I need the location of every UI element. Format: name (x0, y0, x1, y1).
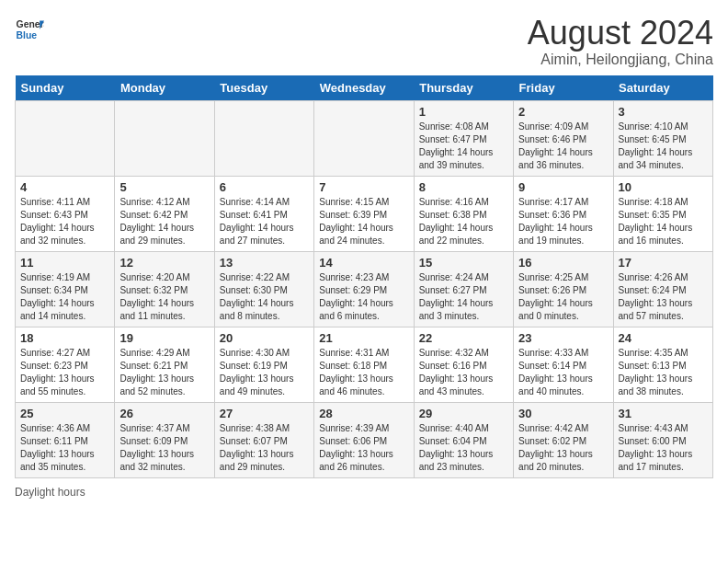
day-cell: 25Sunrise: 4:36 AM Sunset: 6:11 PM Dayli… (16, 402, 115, 477)
page-header: General Blue August 2024 Aimin, Heilongj… (15, 15, 713, 68)
day-cell: 18Sunrise: 4:27 AM Sunset: 6:23 PM Dayli… (16, 327, 115, 402)
day-cell: 30Sunrise: 4:42 AM Sunset: 6:02 PM Dayli… (514, 402, 613, 477)
day-info: Sunrise: 4:25 AM Sunset: 6:26 PM Dayligh… (518, 271, 608, 323)
day-number: 3 (619, 105, 708, 119)
day-number: 9 (518, 180, 608, 194)
day-info: Sunrise: 4:16 AM Sunset: 6:38 PM Dayligh… (419, 196, 508, 247)
day-cell (214, 100, 313, 176)
day-info: Sunrise: 4:35 AM Sunset: 6:13 PM Dayligh… (619, 347, 708, 398)
day-cell: 5Sunrise: 4:12 AM Sunset: 6:42 PM Daylig… (115, 176, 214, 251)
day-number: 11 (20, 256, 109, 270)
calendar-body: 1Sunrise: 4:08 AM Sunset: 6:47 PM Daylig… (16, 100, 713, 477)
day-number: 18 (20, 331, 109, 345)
day-info: Sunrise: 4:17 AM Sunset: 6:36 PM Dayligh… (518, 196, 608, 247)
calendar-table: SundayMondayTuesdayWednesdayThursdayFrid… (15, 75, 713, 478)
day-cell: 6Sunrise: 4:14 AM Sunset: 6:41 PM Daylig… (214, 176, 313, 251)
day-number: 10 (619, 180, 708, 194)
day-info: Sunrise: 4:08 AM Sunset: 6:47 PM Dayligh… (419, 121, 508, 172)
day-cell: 31Sunrise: 4:43 AM Sunset: 6:00 PM Dayli… (613, 402, 712, 477)
footer: Daylight hours (15, 486, 713, 499)
day-info: Sunrise: 4:10 AM Sunset: 6:45 PM Dayligh… (619, 121, 708, 172)
week-row-1: 1Sunrise: 4:08 AM Sunset: 6:47 PM Daylig… (16, 100, 713, 176)
day-number: 21 (319, 331, 408, 345)
week-row-5: 25Sunrise: 4:36 AM Sunset: 6:11 PM Dayli… (16, 402, 713, 477)
header-day-sunday: Sunday (16, 75, 115, 101)
day-info: Sunrise: 4:38 AM Sunset: 6:07 PM Dayligh… (220, 422, 309, 474)
day-info: Sunrise: 4:15 AM Sunset: 6:39 PM Dayligh… (319, 196, 408, 247)
daylight-label: Daylight hours (15, 486, 85, 499)
day-number: 20 (220, 331, 309, 345)
day-cell: 19Sunrise: 4:29 AM Sunset: 6:21 PM Dayli… (115, 327, 214, 402)
day-cell: 7Sunrise: 4:15 AM Sunset: 6:39 PM Daylig… (314, 176, 414, 251)
day-number: 25 (20, 407, 109, 420)
day-cell: 17Sunrise: 4:26 AM Sunset: 6:24 PM Dayli… (613, 251, 712, 327)
day-cell: 4Sunrise: 4:11 AM Sunset: 6:43 PM Daylig… (16, 176, 115, 251)
day-number: 27 (220, 407, 309, 420)
day-info: Sunrise: 4:29 AM Sunset: 6:21 PM Dayligh… (119, 347, 209, 398)
day-info: Sunrise: 4:12 AM Sunset: 6:42 PM Dayligh… (119, 196, 209, 247)
day-number: 4 (20, 180, 109, 194)
day-info: Sunrise: 4:30 AM Sunset: 6:19 PM Dayligh… (220, 347, 309, 398)
day-number: 16 (518, 256, 608, 270)
day-info: Sunrise: 4:14 AM Sunset: 6:41 PM Dayligh… (220, 196, 309, 247)
day-info: Sunrise: 4:11 AM Sunset: 6:43 PM Dayligh… (20, 196, 109, 247)
day-cell: 12Sunrise: 4:20 AM Sunset: 6:32 PM Dayli… (115, 251, 214, 327)
day-number: 13 (220, 256, 309, 270)
header-day-tuesday: Tuesday (214, 75, 313, 101)
day-info: Sunrise: 4:18 AM Sunset: 6:35 PM Dayligh… (619, 196, 708, 247)
week-row-2: 4Sunrise: 4:11 AM Sunset: 6:43 PM Daylig… (16, 176, 713, 251)
month-title: August 2024 (528, 15, 713, 52)
day-cell: 20Sunrise: 4:30 AM Sunset: 6:19 PM Dayli… (214, 327, 313, 402)
day-cell: 3Sunrise: 4:10 AM Sunset: 6:45 PM Daylig… (613, 100, 712, 176)
day-info: Sunrise: 4:26 AM Sunset: 6:24 PM Dayligh… (619, 271, 708, 323)
day-number: 17 (619, 256, 708, 270)
day-info: Sunrise: 4:23 AM Sunset: 6:29 PM Dayligh… (319, 271, 408, 323)
day-info: Sunrise: 4:19 AM Sunset: 6:34 PM Dayligh… (20, 271, 109, 323)
day-cell (314, 100, 414, 176)
day-info: Sunrise: 4:24 AM Sunset: 6:27 PM Dayligh… (419, 271, 508, 323)
day-number: 22 (419, 331, 508, 345)
day-cell (115, 100, 214, 176)
day-cell: 1Sunrise: 4:08 AM Sunset: 6:47 PM Daylig… (414, 100, 513, 176)
logo-icon: General Blue (15, 15, 44, 44)
header-day-thursday: Thursday (414, 75, 513, 101)
day-cell: 13Sunrise: 4:22 AM Sunset: 6:30 PM Dayli… (214, 251, 313, 327)
day-info: Sunrise: 4:36 AM Sunset: 6:11 PM Dayligh… (20, 422, 109, 474)
day-info: Sunrise: 4:09 AM Sunset: 6:46 PM Dayligh… (518, 121, 608, 172)
day-number: 31 (619, 407, 708, 420)
header-day-saturday: Saturday (613, 75, 712, 101)
day-info: Sunrise: 4:32 AM Sunset: 6:16 PM Dayligh… (419, 347, 508, 398)
day-info: Sunrise: 4:27 AM Sunset: 6:23 PM Dayligh… (20, 347, 109, 398)
day-cell: 28Sunrise: 4:39 AM Sunset: 6:06 PM Dayli… (314, 402, 414, 477)
day-number: 24 (619, 331, 708, 345)
day-info: Sunrise: 4:37 AM Sunset: 6:09 PM Dayligh… (119, 422, 209, 474)
day-cell: 9Sunrise: 4:17 AM Sunset: 6:36 PM Daylig… (514, 176, 613, 251)
week-row-4: 18Sunrise: 4:27 AM Sunset: 6:23 PM Dayli… (16, 327, 713, 402)
day-cell: 22Sunrise: 4:32 AM Sunset: 6:16 PM Dayli… (414, 327, 513, 402)
day-number: 26 (119, 407, 209, 420)
logo: General Blue (15, 15, 44, 44)
header-day-monday: Monday (115, 75, 214, 101)
day-cell: 11Sunrise: 4:19 AM Sunset: 6:34 PM Dayli… (16, 251, 115, 327)
day-number: 5 (119, 180, 209, 194)
day-cell: 29Sunrise: 4:40 AM Sunset: 6:04 PM Dayli… (414, 402, 513, 477)
week-row-3: 11Sunrise: 4:19 AM Sunset: 6:34 PM Dayli… (16, 251, 713, 327)
day-cell: 16Sunrise: 4:25 AM Sunset: 6:26 PM Dayli… (514, 251, 613, 327)
day-info: Sunrise: 4:42 AM Sunset: 6:02 PM Dayligh… (518, 422, 608, 474)
day-cell: 14Sunrise: 4:23 AM Sunset: 6:29 PM Dayli… (314, 251, 414, 327)
svg-text:Blue: Blue (17, 30, 38, 40)
day-number: 12 (119, 256, 209, 270)
day-cell: 15Sunrise: 4:24 AM Sunset: 6:27 PM Dayli… (414, 251, 513, 327)
day-number: 2 (518, 105, 608, 119)
day-cell (16, 100, 115, 176)
location: Aimin, Heilongjiang, China (528, 52, 713, 68)
day-info: Sunrise: 4:33 AM Sunset: 6:14 PM Dayligh… (518, 347, 608, 398)
day-number: 15 (419, 256, 508, 270)
day-number: 29 (419, 407, 508, 420)
day-number: 23 (518, 331, 608, 345)
day-info: Sunrise: 4:22 AM Sunset: 6:30 PM Dayligh… (220, 271, 309, 323)
day-cell: 26Sunrise: 4:37 AM Sunset: 6:09 PM Dayli… (115, 402, 214, 477)
day-number: 6 (220, 180, 309, 194)
day-number: 30 (518, 407, 608, 420)
day-info: Sunrise: 4:20 AM Sunset: 6:32 PM Dayligh… (119, 271, 209, 323)
